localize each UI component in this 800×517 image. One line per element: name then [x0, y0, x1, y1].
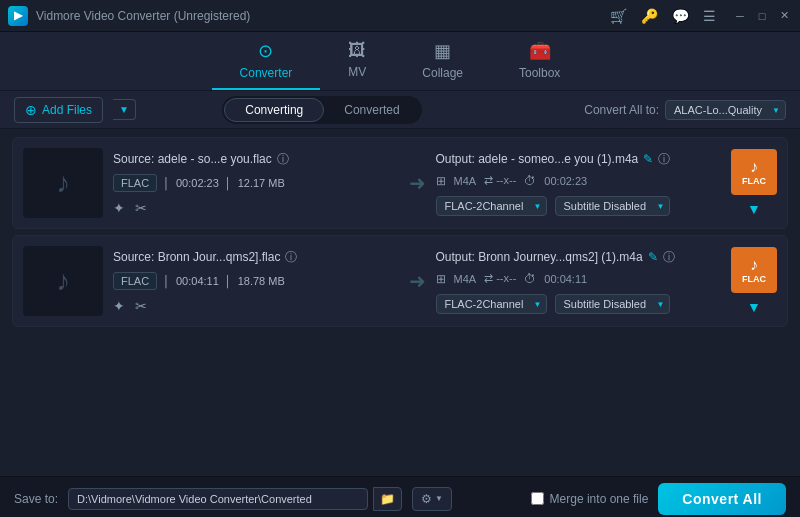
output-info-icon-2[interactable]: ⓘ [663, 249, 675, 266]
view-toggle: Converting Converted [222, 96, 421, 124]
maximize-button[interactable]: □ [754, 8, 770, 24]
tab-converter[interactable]: ⊙ Converter [212, 32, 321, 90]
mv-icon: 🖼 [348, 40, 366, 61]
resolution-1: ⇄ --x-- [484, 174, 516, 187]
duration-1: 00:02:23 [176, 177, 219, 189]
divider-3: │ [163, 275, 170, 287]
duration-2: 00:04:11 [176, 275, 219, 287]
edit-output-icon-1[interactable]: ✎ [643, 152, 653, 166]
output-more-button-2[interactable]: ▼ [747, 299, 761, 315]
settings-gear-icon: ⚙ [421, 492, 432, 506]
convert-all-button[interactable]: Convert All [658, 483, 786, 515]
file-info-1: Source: adele - so...e you.flac ⓘ FLAC │… [113, 151, 399, 216]
add-files-dropdown-button[interactable]: ▼ [113, 99, 136, 120]
tab-toolbox-label: Toolbox [519, 66, 560, 80]
minimize-button[interactable]: ─ [732, 8, 748, 24]
cut-button-1[interactable]: ✂ [135, 200, 147, 216]
channel-select-wrapper-2: FLAC-2Channel ▼ [436, 294, 547, 314]
format-badge-2: FLAC [113, 272, 157, 290]
subtitle-select-2[interactable]: Subtitle Disabled [555, 294, 670, 314]
flac-music-icon-2: ♪ [750, 256, 758, 274]
tab-collage[interactable]: ▦ Collage [394, 32, 491, 90]
bottom-bar: Save to: 📁 ⚙ ▼ Merge into one file Conve… [0, 476, 800, 517]
trim-button-2[interactable]: ✦ [113, 298, 125, 314]
converting-tab-button[interactable]: Converting [224, 98, 324, 122]
output-more-button-1[interactable]: ▼ [747, 201, 761, 217]
size-2: 18.78 MB [238, 275, 285, 287]
tab-mv[interactable]: 🖼 MV [320, 32, 394, 90]
cut-button-2[interactable]: ✂ [135, 298, 147, 314]
channel-select-2[interactable]: FLAC-2Channel [436, 294, 547, 314]
file-list: ♪ Source: adele - so...e you.flac ⓘ FLAC… [0, 129, 800, 476]
channel-select-1[interactable]: FLAC-2Channel [436, 196, 547, 216]
key-icon[interactable]: 🔑 [641, 8, 658, 24]
flac-thumb-1: ♪ FLAC [731, 149, 777, 195]
add-icon: ⊕ [25, 102, 37, 118]
output-info-icon-1[interactable]: ⓘ [658, 151, 670, 168]
chat-icon[interactable]: 💬 [672, 8, 689, 24]
screen-icon-2: ⊞ [436, 272, 446, 286]
arrow-icon-1: ➜ [409, 171, 426, 195]
file-actions-1: ✦ ✂ [113, 200, 399, 216]
titlebar-icons: 🛒 🔑 💬 ☰ [610, 8, 716, 24]
size-1: 12.17 MB [238, 177, 285, 189]
tab-toolbox[interactable]: 🧰 Toolbox [491, 32, 588, 90]
file-thumbnail-1: ♪ [23, 148, 103, 218]
output-duration-1: 00:02:23 [544, 175, 587, 187]
output-selects-2: FLAC-2Channel ▼ Subtitle Disabled ▼ [436, 294, 722, 314]
edit-output-icon-2[interactable]: ✎ [648, 250, 658, 264]
output-meta-1: ⊞ M4A ⇄ --x-- ⏱ 00:02:23 [436, 174, 722, 188]
output-source-1: Output: adele - someo...e you (1).m4a ✎ … [436, 151, 722, 168]
cart-icon[interactable]: 🛒 [610, 8, 627, 24]
flac-label-2: FLAC [742, 274, 766, 284]
output-source-2: Output: Bronn Journey...qms2] (1).m4a ✎ … [436, 249, 722, 266]
menu-icon[interactable]: ☰ [703, 8, 716, 24]
file-meta-2: FLAC │ 00:04:11 │ 18.78 MB [113, 272, 399, 290]
output-meta-2: ⊞ M4A ⇄ --x-- ⏱ 00:04:11 [436, 272, 722, 286]
converter-icon: ⊙ [258, 40, 273, 62]
divider-4: │ [225, 275, 232, 287]
output-selects-1: FLAC-2Channel ▼ Subtitle Disabled ▼ [436, 196, 722, 216]
convert-all-to-area: Convert All to: ALAC-Lo...Quality ▼ [584, 100, 786, 120]
output-label-1: Output: adele - someo...e you (1).m4a [436, 152, 639, 166]
add-files-button[interactable]: ⊕ Add Files [14, 97, 103, 123]
subtitle-select-1[interactable]: Subtitle Disabled [555, 196, 670, 216]
titlebar: ▶ Vidmore Video Converter (Unregistered)… [0, 0, 800, 32]
convert-all-to-select[interactable]: ALAC-Lo...Quality [665, 100, 786, 120]
app-title: Vidmore Video Converter (Unregistered) [36, 9, 610, 23]
channel-select-wrapper-1: FLAC-2Channel ▼ [436, 196, 547, 216]
settings-arrow-icon: ▼ [435, 494, 443, 503]
resolution-2: ⇄ --x-- [484, 272, 516, 285]
close-button[interactable]: ✕ [776, 8, 792, 24]
output-format-2: M4A [454, 273, 477, 285]
clock-icon-1: ⏱ [524, 174, 536, 188]
settings-button[interactable]: ⚙ ▼ [412, 487, 452, 511]
file-actions-2: ✦ ✂ [113, 298, 399, 314]
flac-label-1: FLAC [742, 176, 766, 186]
add-files-label: Add Files [42, 103, 92, 117]
output-right-1: ♪ FLAC ▼ [731, 149, 777, 217]
flac-music-icon-1: ♪ [750, 158, 758, 176]
merge-checkbox[interactable] [531, 492, 544, 505]
collage-icon: ▦ [434, 40, 451, 62]
source-info-icon-2[interactable]: ⓘ [285, 249, 297, 266]
clock-icon-2: ⏱ [524, 272, 536, 286]
converted-tab-button[interactable]: Converted [324, 98, 419, 122]
tab-converter-label: Converter [240, 66, 293, 80]
tab-collage-label: Collage [422, 66, 463, 80]
output-info-1: Output: adele - someo...e you (1).m4a ✎ … [436, 151, 722, 216]
music-note-icon: ♪ [56, 167, 70, 199]
convert-all-to-select-wrapper: ALAC-Lo...Quality ▼ [665, 100, 786, 120]
music-note-icon-2: ♪ [56, 265, 70, 297]
source-label-2: Source: Bronn Jour...qms2].flac [113, 250, 280, 264]
arrow-icon-2: ➜ [409, 269, 426, 293]
trim-button-1[interactable]: ✦ [113, 200, 125, 216]
output-info-2: Output: Bronn Journey...qms2] (1).m4a ✎ … [436, 249, 722, 314]
output-duration-2: 00:04:11 [544, 273, 587, 285]
nav-tabs: ⊙ Converter 🖼 MV ▦ Collage 🧰 Toolbox [0, 32, 800, 91]
source-info-icon-1[interactable]: ⓘ [277, 151, 289, 168]
file-row: ♪ Source: adele - so...e you.flac ⓘ FLAC… [12, 137, 788, 229]
browse-folder-button[interactable]: 📁 [373, 487, 402, 511]
save-to-input[interactable] [68, 488, 368, 510]
file-row-2: ♪ Source: Bronn Jour...qms2].flac ⓘ FLAC… [12, 235, 788, 327]
